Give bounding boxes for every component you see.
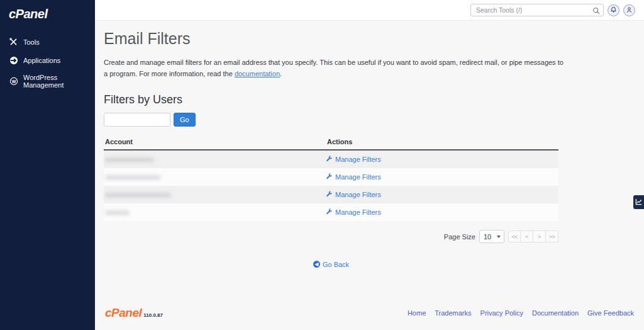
sidebar: cPanel Tools Applications W WordPress Ma…	[0, 0, 95, 330]
footer-version: 110.0.87	[143, 312, 163, 318]
account-cell-redacted: xxxxxxxxxxxxxx	[104, 156, 326, 163]
footer-link-home[interactable]: Home	[408, 309, 426, 317]
page-size-value: 10	[484, 233, 491, 241]
table-row: xxxxxxx Manage Filters	[104, 203, 558, 221]
first-page-button[interactable]: <<	[508, 230, 521, 242]
last-page-button[interactable]: >>	[546, 230, 558, 242]
page-description: Create and manage email filters for an e…	[104, 57, 569, 79]
sidebar-item-applications[interactable]: Applications	[0, 51, 95, 69]
footer-link-privacy-policy[interactable]: Privacy Policy	[480, 309, 523, 317]
go-back-label: Go Back	[323, 261, 349, 268]
topbar	[95, 0, 644, 21]
footer-link-documentation[interactable]: Documentation	[532, 309, 579, 317]
manage-filters-link[interactable]: Manage Filters	[326, 191, 381, 199]
applications-icon	[9, 55, 18, 65]
user-icon	[626, 4, 633, 16]
actions-cell: Manage Filters	[326, 156, 558, 164]
filters-by-users-heading: Filters by Users	[104, 93, 635, 106]
pagination: Page Size 10 << < > >>	[104, 230, 558, 243]
wordpress-icon: W	[9, 77, 18, 86]
wrench-icon	[326, 173, 333, 181]
analytics-edge-tab[interactable]	[633, 195, 644, 209]
main-content: Email Filters Create and manage email fi…	[95, 21, 644, 330]
chevron-down-icon	[497, 236, 501, 238]
manage-filters-label: Manage Filters	[335, 156, 381, 163]
prev-page-button[interactable]: <	[521, 230, 533, 242]
account-filter-row: Go	[104, 113, 635, 127]
manage-filters-label: Manage Filters	[335, 173, 381, 181]
sidebar-item-label: Applications	[23, 57, 60, 64]
column-header-actions: Actions	[327, 138, 558, 145]
go-back-link[interactable]: ◀Go Back	[313, 261, 349, 268]
sidebar-item-tools[interactable]: Tools	[0, 33, 95, 51]
sidebar-item-wordpress[interactable]: W WordPress Management	[0, 69, 95, 93]
actions-cell: Manage Filters	[326, 191, 558, 199]
search-wrap	[470, 4, 604, 16]
wrench-icon	[326, 191, 333, 199]
table-header: Account Actions	[104, 135, 558, 151]
go-back-row: ◀Go Back	[104, 257, 558, 268]
svg-text:W: W	[11, 79, 16, 84]
manage-filters-link[interactable]: Manage Filters	[326, 173, 381, 181]
footer-link-trademarks[interactable]: Trademarks	[435, 309, 471, 317]
account-cell-redacted: xxxxxxxxxxxxxxxxxxx	[104, 191, 326, 198]
column-header-account: Account	[105, 138, 327, 145]
bell-icon	[610, 4, 617, 16]
footer: cPanel 110.0.87 Home Trademarks Privacy …	[104, 300, 635, 330]
account-cell-redacted: xxxxxxxxxxxxxxxx	[104, 173, 326, 181]
user-button[interactable]	[623, 4, 635, 16]
table-body: xxxxxxxxxxxxxx Manage Filters xxxxxxxxxx…	[104, 151, 558, 221]
cpanel-logo: cPanel	[0, 0, 95, 21]
footer-links: Home Trademarks Privacy Policy Documenta…	[408, 309, 634, 317]
sidebar-item-label: Tools	[23, 38, 40, 46]
page-size-select[interactable]: 10	[479, 230, 504, 243]
sidebar-item-label: WordPress Management	[23, 74, 89, 89]
footer-brand: cPanel 110.0.87	[105, 306, 163, 320]
next-page-button[interactable]: >	[533, 230, 546, 242]
chart-icon	[635, 196, 642, 208]
actions-cell: Manage Filters	[326, 173, 558, 181]
table-row: xxxxxxxxxxxxxxxxxxx Manage Filters	[104, 186, 558, 203]
account-filter-input[interactable]	[104, 113, 170, 127]
page-title: Email Filters	[104, 30, 635, 48]
manage-filters-link[interactable]: Manage Filters	[326, 156, 381, 164]
table-row: xxxxxxxxxxxxxxxx Manage Filters	[104, 168, 558, 186]
footer-link-give-feedback[interactable]: Give Feedback	[587, 309, 634, 317]
notifications-button[interactable]	[608, 4, 619, 16]
documentation-link[interactable]: documentation	[235, 70, 280, 77]
manage-filters-label: Manage Filters	[335, 208, 381, 216]
search-input[interactable]	[470, 4, 604, 16]
account-cell-redacted: xxxxxxx	[104, 208, 326, 216]
back-arrow-icon: ◀	[313, 261, 320, 268]
page-size-label: Page Size	[444, 233, 475, 241]
sidebar-nav: Tools Applications W WordPress Managemen…	[0, 33, 95, 93]
wrench-icon	[326, 156, 333, 164]
table-row: xxxxxxxxxxxxxx Manage Filters	[104, 151, 558, 168]
tools-icon	[9, 37, 18, 47]
search-icon	[592, 6, 600, 17]
description-text: Create and manage email filters for an e…	[104, 59, 564, 77]
actions-cell: Manage Filters	[326, 208, 558, 217]
manage-filters-label: Manage Filters	[335, 191, 381, 198]
manage-filters-link[interactable]: Manage Filters	[326, 208, 381, 217]
description-suffix: .	[280, 70, 282, 77]
footer-cpanel-logo: cPanel	[105, 306, 142, 320]
go-button[interactable]: Go	[174, 113, 196, 127]
pager-buttons: << < > >>	[508, 230, 558, 242]
wrench-icon	[326, 208, 333, 217]
filters-table: Account Actions xxxxxxxxxxxxxx Manage Fi…	[104, 135, 558, 221]
